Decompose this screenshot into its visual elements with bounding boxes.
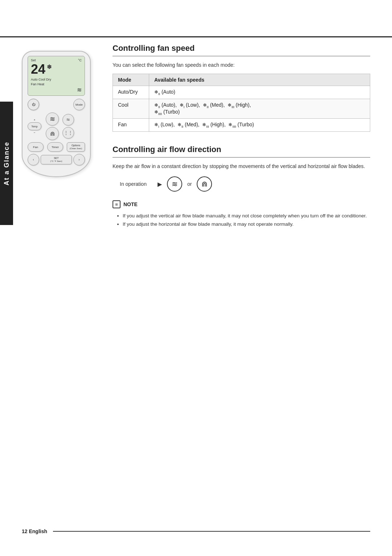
right-arrow-button[interactable]: ›: [73, 154, 85, 165]
note-header: ≡ NOTE: [113, 200, 370, 208]
table-header-speeds: Available fan speeds: [149, 74, 370, 86]
section2-title: Controlling air flow direction: [113, 145, 370, 158]
airflow-h-button[interactable]: ⋒: [46, 127, 59, 140]
note-section: ≡ NOTE If you adjust the vertical air fl…: [113, 200, 370, 229]
btn-row-4: ‹ SET(°C·°F 3sec) ›: [28, 154, 85, 165]
operation-arrow: ▶: [158, 181, 162, 188]
remote-control: Set °C 24 ❄ Auto Cool Dry Fan Heat ≋ ⏻: [22, 51, 94, 177]
airflow-v-button[interactable]: ≋: [46, 113, 59, 126]
fan-icon-fan-med: ❄: [177, 122, 181, 127]
minus-sign: −: [34, 131, 36, 134]
power-button[interactable]: ⏻: [28, 99, 39, 110]
table-row: Auto/Dry ❄II (Auto): [113, 86, 370, 99]
table-cell-speeds-2: ❄II (Auto), ❄I (Low), ❄II (Med), ❄III (H…: [149, 99, 370, 119]
remote-display: Set °C 24 ❄ Auto Cool Dry Fan Heat ≋: [28, 56, 85, 96]
timer-button[interactable]: Timer: [47, 142, 63, 152]
table-cell-mode-2: Cool: [113, 99, 149, 119]
operation-or: or: [187, 181, 192, 187]
temp-unit: °C: [78, 58, 82, 62]
temp-button[interactable]: Temp: [28, 122, 41, 130]
fan-button[interactable]: Fan: [28, 142, 44, 152]
btn-row-3: Fan Timer Options(Clean 3sec): [28, 142, 85, 152]
plus-sign: +: [34, 118, 36, 122]
fan-icon-fan-low: ❄: [154, 122, 158, 127]
fan-icon-cool-low: ❄: [180, 102, 184, 108]
main-content: Controlling fan speed You can select the…: [113, 44, 370, 229]
fan-icon-cool-auto: ❄: [154, 102, 158, 108]
fan-icon-cool-med: ❄: [203, 102, 207, 108]
note-item-1: If you adjust the vertical air flow blad…: [123, 212, 370, 220]
fan-speed-table: Mode Available fan speeds Auto/Dry ❄II (…: [113, 74, 370, 132]
btn-row-1: ⏻ Mode: [28, 99, 85, 110]
fan-icon-cool-high: ❄: [228, 102, 232, 108]
bottom-area: 12 English: [0, 528, 392, 534]
set-button[interactable]: SET(°C·°F 3sec): [41, 155, 72, 164]
operation-row: In operation ▶ ≋ or ⋒: [113, 176, 370, 192]
section-airflow: Controlling air flow direction Keep the …: [113, 145, 370, 229]
bottom-rule: [53, 531, 370, 532]
temp-value: 24: [31, 63, 45, 76]
top-rule: [0, 36, 392, 37]
table-row: Fan ❄I (Low), ❄II (Med), ❄III (High), ❄I…: [113, 119, 370, 132]
table-row: Cool ❄II (Auto), ❄I (Low), ❄II (Med), ❄I…: [113, 99, 370, 119]
mode-labels: Auto Cool Dry Fan Heat: [31, 77, 82, 86]
table-cell-mode-1: Auto/Dry: [113, 86, 149, 99]
note-icon: ≡: [113, 200, 121, 208]
section1-intro: You can select the following fan speeds …: [113, 62, 370, 68]
fan-icon-fan-turbo: ❄: [228, 122, 232, 127]
wind-button[interactable]: ⋮⋮: [62, 127, 74, 139]
table-cell-speeds-3: ❄I (Low), ❄II (Med), ❄III (High), ❄IIII …: [149, 119, 370, 132]
fan-icon-fan-high: ❄: [202, 122, 206, 127]
note-list: If you adjust the vertical air flow blad…: [113, 212, 370, 229]
fan-icon-cool-turbo: ❄: [154, 109, 158, 115]
left-arrow-button[interactable]: ‹: [28, 154, 39, 165]
fan-icon-auto: ❄: [154, 89, 158, 95]
eco-button[interactable]: ≈: [62, 114, 74, 126]
page-number: 12 English: [22, 528, 47, 534]
swing-display-icon: ≋: [31, 86, 82, 93]
fan-speed-icon: ❄: [47, 64, 52, 70]
table-cell-mode-3: Fan: [113, 119, 149, 132]
temp-cluster: + Temp −: [28, 118, 41, 134]
note-label: NOTE: [123, 201, 138, 207]
remote-body: Set °C 24 ❄ Auto Cool Dry Fan Heat ≋ ⏻: [22, 51, 91, 177]
table-header-mode: Mode: [113, 74, 149, 86]
operation-label: In operation: [120, 181, 152, 187]
btn-row-2: + Temp − ≋ ⋒: [28, 113, 85, 140]
note-item-2: If you adjust the horizontal air flow bl…: [123, 220, 370, 229]
mode-button[interactable]: Mode: [73, 99, 85, 110]
table-cell-speeds-1: ❄II (Auto): [149, 86, 370, 99]
side-tab: At a Glance: [0, 102, 13, 225]
section-fan-speed: Controlling fan speed You can select the…: [113, 44, 370, 132]
button-group: ⏻ Mode + Temp −: [28, 99, 85, 165]
options-button[interactable]: Options(Clean 3sec): [67, 142, 85, 152]
airflow-v-icon: ≋: [167, 176, 182, 192]
section1-title: Controlling fan speed: [113, 44, 370, 56]
section2-intro: Keep the air flow in a constant directio…: [113, 163, 370, 169]
airflow-h-icon: ⋒: [197, 176, 212, 192]
